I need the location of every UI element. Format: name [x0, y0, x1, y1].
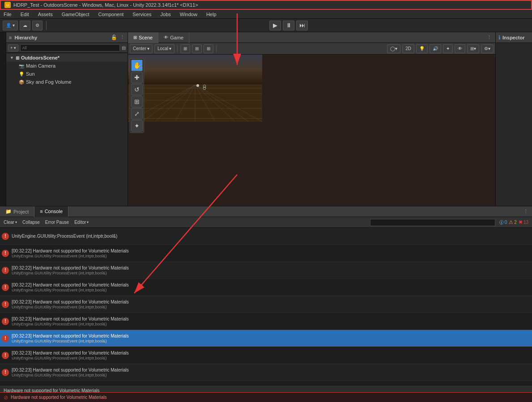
2d-button[interactable]: 2D — [402, 44, 414, 53]
main-layout: ≡ Hierarchy 🔓 ⋮ + ▾ ▤ ▼ ⊞ OutdoorsScene*… — [0, 32, 532, 402]
collapse-label: Collapse — [22, 220, 40, 225]
lighting-button[interactable]: 💡 — [416, 44, 428, 53]
menu-help[interactable]: Help — [204, 11, 218, 17]
account-button[interactable]: 👤 ▾ — [3, 21, 18, 30]
visibility-button[interactable]: 👁 — [455, 44, 465, 53]
hierarchy-toolbar: + ▾ ▤ — [6, 43, 128, 53]
project-tab-icon: 📁 — [5, 209, 12, 214]
menu-bar: File Edit Assets GameObject Component Se… — [0, 10, 532, 19]
local-global-button[interactable]: Local ▾ — [154, 44, 174, 53]
tab-console[interactable]: ≡ Console — [34, 206, 68, 217]
tool-scale[interactable]: ⊞ — [131, 96, 143, 107]
error-pause-button[interactable]: Error Pause — [43, 218, 71, 227]
console-tab-icon: ≡ — [40, 209, 43, 214]
settings-button[interactable]: ⚙ — [32, 21, 43, 30]
editor-label: Editor — [74, 220, 86, 225]
clear-button[interactable]: Clear ▾ — [2, 218, 19, 227]
clear-arrow: ▾ — [15, 220, 17, 224]
cloud-button[interactable]: ☁ — [20, 21, 30, 30]
console-row[interactable]: !UnityEngine.GUIUtility:ProcessEvent (in… — [0, 228, 532, 245]
console-msg-text: [00:32:22] Hardware not supported for Vo… — [12, 282, 530, 292]
tab-game[interactable]: 👁 Game — [158, 32, 189, 43]
hierarchy-item-sky[interactable]: 📦 Sky and Fog Volume — [6, 78, 128, 86]
tab-scene[interactable]: ⊞ Scene — [128, 32, 158, 43]
view-mode-button[interactable]: ◯▾ — [387, 44, 400, 53]
fx-button[interactable]: ✦ — [443, 44, 453, 53]
console-messages[interactable]: !UnityEngine.GUIUtility:ProcessEvent (in… — [0, 228, 532, 385]
console-msg-line2: UnityEngine.GUIUtility:ProcessEvent (int… — [12, 339, 530, 343]
menu-file[interactable]: File — [2, 11, 13, 17]
console-row[interactable]: ![00:32:22] Hardware not supported for V… — [0, 262, 532, 279]
info-count-badge[interactable]: 🛈 0 — [499, 220, 507, 225]
menu-window[interactable]: Window — [178, 11, 199, 17]
hierarchy-item-maincamera[interactable]: 📷 Main Camera — [6, 62, 128, 70]
pause-button[interactable]: ⏸ — [283, 21, 294, 30]
hierarchy-filter-icon[interactable]: ▤ — [122, 45, 126, 50]
editor-arrow: ▾ — [87, 220, 89, 224]
console-search-input[interactable] — [370, 219, 495, 226]
svg-rect-0 — [128, 55, 262, 85]
menu-services[interactable]: Services — [131, 11, 153, 17]
local-label: Local — [157, 46, 168, 51]
console-row[interactable]: ![00:32:23] Hardware not supported for V… — [0, 364, 532, 381]
console-row[interactable]: ![00:32:22] Hardware not supported for V… — [0, 279, 532, 296]
gizmo-button[interactable]: ⚙▾ — [481, 44, 494, 53]
console-msg-line1: [00:32:23] Hardware not supported for Vo… — [12, 351, 530, 355]
center-pivot-button[interactable]: Center ▾ — [130, 44, 153, 53]
console-msg-line2: UnityEngine.GUIUtility:ProcessEvent (int… — [12, 254, 530, 258]
step-button[interactable]: ⏭ — [296, 21, 308, 30]
console-row[interactable]: ![00:32:22] Hardware not supported for V… — [0, 245, 532, 262]
console-row[interactable]: ![00:32:23] Hardware not supported for V… — [0, 313, 532, 330]
audio-button[interactable]: 🔊 — [430, 44, 441, 53]
hierarchy-more-icon[interactable]: ⋮ — [120, 34, 125, 40]
scene-area: ⊞ Scene 👁 Game ⋮ Center ▾ Local ▾ — [128, 32, 495, 206]
hierarchy-search-input[interactable] — [20, 44, 120, 51]
console-msg-line2: UnityEngine.GUIUtility:ProcessEvent (int… — [12, 288, 530, 292]
tool-rotate[interactable]: ↺ — [131, 84, 143, 95]
title-bar: U HDRP_Test - OutdoorsScene - Windows, M… — [0, 0, 532, 10]
menu-gameobject[interactable]: GameObject — [60, 11, 91, 17]
tool-transform[interactable]: ✦ — [131, 120, 143, 132]
overlay-button[interactable]: ⊞ — [204, 44, 213, 53]
bottom-tabs-more[interactable]: ⋮ — [520, 209, 532, 214]
console-msg-line1: [00:32:23] Hardware not supported for Vo… — [12, 316, 530, 321]
console-msg-line1: [00:32:23] Hardware not supported for Vo… — [12, 368, 530, 372]
warn-count-badge[interactable]: ⚠ 2 — [509, 219, 517, 225]
error-row-icon: ! — [2, 369, 9, 376]
collapse-button[interactable]: Collapse — [21, 218, 42, 227]
menu-assets[interactable]: Assets — [36, 11, 55, 17]
tool-move[interactable]: ✚ — [131, 72, 143, 83]
camera-icon: 📷 — [19, 64, 24, 68]
hierarchy-tree: ▼ ⊞ OutdoorsScene* 📷 Main Camera 💡 Sun 📦… — [6, 53, 128, 206]
menu-edit[interactable]: Edit — [19, 11, 31, 17]
console-row[interactable]: ![00:32:23] Hardware not supported for V… — [0, 330, 532, 347]
error-row-icon: ! — [2, 233, 9, 240]
menu-component[interactable]: Component — [96, 11, 125, 17]
grid-toggle-button[interactable]: ⊞ — [180, 44, 190, 53]
grid-button[interactable]: ⊞▾ — [467, 44, 479, 53]
tab-project[interactable]: 📁 Project — [0, 206, 34, 217]
scene-viewport[interactable]: ✋ ✚ ↺ ⊞ ⤢ ✦ — [128, 55, 495, 206]
unity-icon: U — [4, 2, 11, 8]
error-pause-label: Error Pause — [45, 220, 69, 225]
left-strip — [0, 32, 6, 206]
error-bar-icon: ⊘ — [4, 394, 8, 401]
hierarchy-add-button[interactable]: + ▾ — [8, 44, 18, 51]
error-count-badge[interactable]: ✖ 13 — [519, 219, 528, 225]
scene-root-item[interactable]: ▼ ⊞ OutdoorsScene* — [6, 54, 128, 62]
tool-hand[interactable]: ✋ — [131, 60, 143, 71]
editor-button[interactable]: Editor ▾ — [72, 218, 90, 227]
hierarchy-item-sun[interactable]: 💡 Sun — [6, 70, 128, 78]
scene-tabs: ⊞ Scene 👁 Game ⋮ — [128, 32, 495, 43]
menu-jobs[interactable]: Jobs — [159, 11, 173, 17]
console-row[interactable]: ![00:32:23] Hardware not supported for V… — [0, 296, 532, 313]
tool-rect[interactable]: ⤢ — [131, 108, 143, 120]
console-row[interactable]: ![00:32:23] Hardware not supported for V… — [0, 347, 532, 364]
console-tab-label: Console — [45, 209, 63, 214]
scene-icon: ⊞ — [16, 56, 19, 60]
snap-button[interactable]: ⊞ — [192, 44, 202, 53]
hierarchy-lock-icon[interactable]: 🔓 — [111, 34, 117, 40]
play-button[interactable]: ▶ — [269, 21, 281, 30]
scene-tabs-more[interactable]: ⋮ — [483, 34, 495, 40]
game-tab-icon: 👁 — [164, 35, 168, 40]
